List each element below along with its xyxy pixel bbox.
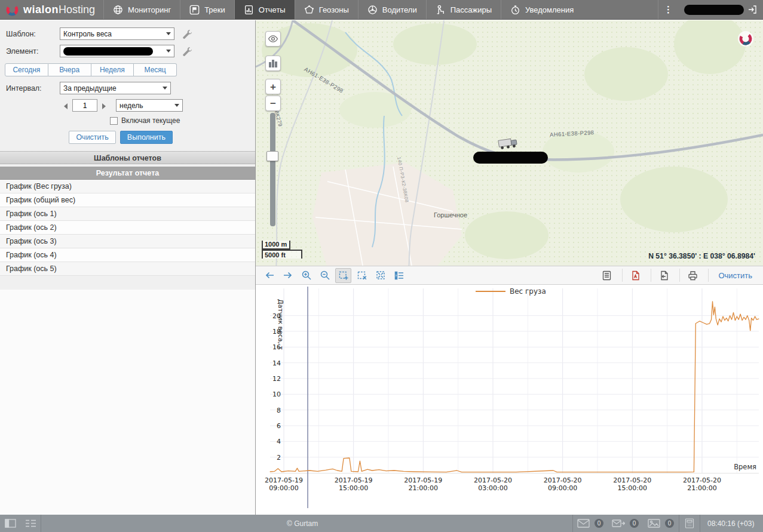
range-today-button[interactable]: Сегодня bbox=[5, 63, 48, 76]
chart-series-line bbox=[270, 302, 759, 472]
chart-xtick-date: 2017-05-20 bbox=[474, 476, 512, 484]
mail-send-icon[interactable] bbox=[608, 515, 629, 532]
chart-reset-zoom-button[interactable] bbox=[354, 268, 370, 283]
interval-select[interactable]: За предыдущие bbox=[60, 82, 171, 94]
result-item-chart-total-weight[interactable]: График (общий вес) bbox=[0, 193, 255, 207]
bottom-panel-list-button[interactable] bbox=[20, 515, 41, 532]
forest-patch bbox=[674, 20, 746, 74]
report-result-list: График (Вес груза) График (общий вес) Гр… bbox=[0, 180, 255, 276]
count-decrement-arrow[interactable] bbox=[62, 102, 69, 109]
chart-ylabel: Датчик веса, т bbox=[277, 299, 284, 350]
chart-xtick-date: 2017-05-19 bbox=[265, 476, 303, 484]
template-settings-wrench-icon[interactable] bbox=[182, 29, 192, 39]
tab-notifications[interactable]: Уведомления bbox=[501, 0, 583, 19]
tab-geofences[interactable]: Геозоны bbox=[295, 0, 358, 19]
template-select[interactable]: Контроль веса bbox=[60, 27, 174, 40]
chart-back-button[interactable] bbox=[261, 268, 277, 283]
toolbar-separator bbox=[679, 269, 680, 282]
count-increment-arrow[interactable] bbox=[100, 102, 108, 109]
interval-unit-select[interactable]: недель bbox=[116, 99, 183, 112]
unit-select[interactable] bbox=[60, 45, 174, 57]
chart-ytick-label: 10 bbox=[272, 390, 281, 398]
chart-zoom-out-button[interactable] bbox=[317, 268, 333, 283]
chart-legend-toggle-button[interactable] bbox=[391, 268, 407, 283]
result-item-chart-axle1[interactable]: График (ось 1) bbox=[0, 207, 255, 221]
map-view[interactable]: АН61-Е38-Р298 АН61-Е38-Р298 38К279 140 П… bbox=[256, 20, 763, 266]
chart-xtick-time: 15:00:00 bbox=[618, 484, 647, 492]
include-current-row: Включая текущее bbox=[110, 116, 249, 125]
clear-button[interactable]: Очистить bbox=[69, 131, 115, 144]
chart-xtick-time: 21:00:00 bbox=[687, 484, 716, 492]
report-table-button[interactable] bbox=[599, 268, 615, 283]
current-time: 08:40:16 (+03) bbox=[700, 519, 763, 528]
forest-patch bbox=[393, 23, 477, 65]
result-item-chart-axle5[interactable]: График (ось 5) bbox=[0, 262, 255, 276]
chart-fit-button[interactable] bbox=[372, 268, 388, 283]
execute-button[interactable]: Выполнить bbox=[120, 131, 173, 144]
interval-count-row: недель bbox=[62, 99, 249, 112]
weight-chart[interactable]: 24681012141618202017-05-1909:00:002017-0… bbox=[256, 285, 763, 512]
minus-icon: − bbox=[270, 99, 276, 109]
tab-monitoring[interactable]: Мониторинг bbox=[103, 0, 180, 19]
city-layers-icon bbox=[268, 58, 278, 69]
chart-forward-button[interactable] bbox=[280, 268, 296, 283]
zoom-slider-track[interactable] bbox=[270, 113, 275, 226]
templates-header[interactable]: Шаблоны отчетов bbox=[0, 151, 255, 164]
panel-empty-area bbox=[0, 290, 255, 515]
chart-xtick-time: 03:00:00 bbox=[478, 484, 507, 492]
chart-ytick-label: 2 bbox=[277, 454, 281, 462]
include-current-checkbox[interactable] bbox=[110, 117, 118, 125]
toolbar-separator bbox=[708, 269, 709, 282]
layer-visibility-button[interactable] bbox=[265, 31, 281, 47]
unit-truck-marker[interactable] bbox=[497, 136, 519, 153]
chart-toolbar: Очистить bbox=[256, 266, 763, 285]
wialon-logo: wialonHosting bbox=[0, 0, 103, 19]
chart-ytick-label: 6 bbox=[277, 422, 281, 430]
interval-count-input[interactable] bbox=[72, 99, 97, 112]
toggle-panel-button[interactable] bbox=[0, 515, 20, 532]
unit-settings-wrench-icon[interactable] bbox=[182, 46, 192, 56]
tab-passengers[interactable]: Пассажиры bbox=[426, 0, 501, 19]
zoom-in-button[interactable]: + bbox=[265, 79, 281, 94]
messages-icon[interactable] bbox=[573, 515, 593, 532]
copyright: © Gurtam bbox=[287, 519, 318, 528]
chart-clear-button[interactable]: Очистить bbox=[713, 269, 757, 282]
zoom-out-button[interactable]: − bbox=[265, 96, 281, 111]
wialon-logo-icon bbox=[5, 3, 19, 17]
main-area: Шаблон: Контроль веса Элемент: bbox=[0, 20, 763, 515]
result-header[interactable]: Результат отчета bbox=[0, 167, 255, 180]
tab-label: Геозоны bbox=[319, 5, 349, 14]
chart-marquee-zoom-button[interactable] bbox=[335, 268, 351, 283]
chart-xtick-time: 21:00:00 bbox=[409, 484, 438, 492]
map-source-button[interactable] bbox=[265, 56, 281, 71]
tab-label: Уведомления bbox=[525, 5, 574, 14]
tab-label: Водители bbox=[382, 5, 417, 14]
top-navbar: wialonHosting Мониторинг Треки Отчеты bbox=[0, 0, 763, 20]
range-week-button[interactable]: Неделя bbox=[91, 63, 134, 76]
result-item-chart-axle2[interactable]: График (ось 2) bbox=[0, 221, 255, 235]
chart-zoom-in-button[interactable] bbox=[298, 268, 314, 283]
username-redacted[interactable] bbox=[684, 5, 744, 15]
tab-drivers[interactable]: Водители bbox=[358, 0, 426, 19]
zoom-slider-handle[interactable] bbox=[266, 151, 278, 161]
export-file-button[interactable] bbox=[656, 268, 672, 283]
chart-xtick-date: 2017-05-19 bbox=[404, 476, 442, 484]
eye-icon bbox=[268, 33, 278, 44]
export-pdf-button[interactable] bbox=[627, 268, 644, 283]
toolbar-separator bbox=[622, 269, 623, 282]
result-item-chart-axle3[interactable]: График (ось 3) bbox=[0, 235, 255, 248]
interval-unit-value: недель bbox=[119, 102, 143, 110]
range-month-button[interactable]: Месяц bbox=[134, 63, 177, 76]
calculator-icon[interactable] bbox=[679, 515, 700, 532]
result-item-chart-axle4[interactable]: График (ось 4) bbox=[0, 248, 255, 262]
forest-patch bbox=[620, 167, 728, 232]
tab-tracks[interactable]: Треки bbox=[180, 0, 234, 19]
range-yesterday-button[interactable]: Вчера bbox=[48, 63, 91, 76]
report-panel: Шаблон: Контроль веса Элемент: bbox=[0, 20, 256, 515]
media-icon[interactable] bbox=[644, 515, 664, 532]
logout-button[interactable] bbox=[747, 5, 763, 14]
result-item-chart-cargo-weight[interactable]: График (Вес груза) bbox=[0, 180, 255, 193]
more-menu-button[interactable]: ⋮ bbox=[658, 0, 678, 19]
tab-reports[interactable]: Отчеты bbox=[234, 0, 295, 19]
print-button[interactable] bbox=[685, 268, 701, 283]
